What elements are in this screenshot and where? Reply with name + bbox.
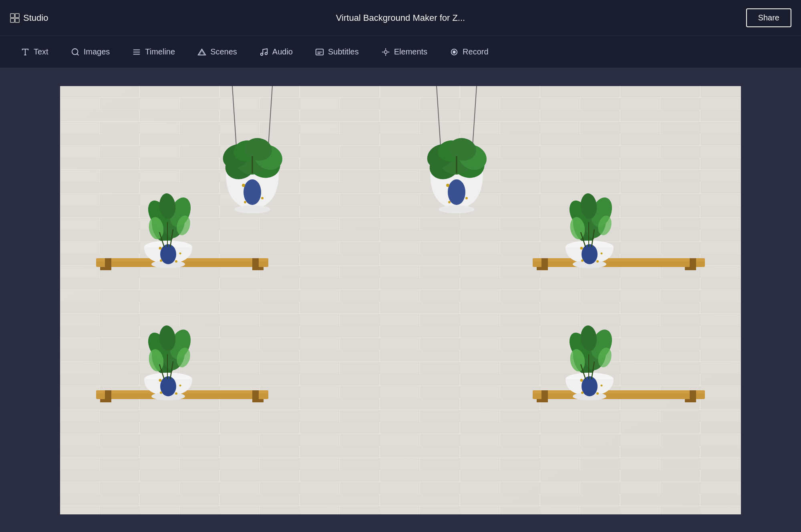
brick-wall-background — [60, 86, 741, 514]
text-icon — [21, 48, 30, 56]
subtitles-icon — [315, 48, 324, 56]
svg-line-7 — [77, 54, 78, 55]
studio-logo[interactable]: Studio — [10, 13, 74, 23]
svg-point-150 — [582, 376, 598, 396]
canvas-area — [0, 68, 801, 532]
svg-point-106 — [596, 260, 599, 263]
svg-point-41 — [244, 201, 246, 203]
svg-point-40 — [261, 197, 264, 199]
toolbar-item-timeline[interactable]: Timeline — [121, 43, 186, 60]
toolbar-record-label: Record — [463, 47, 488, 56]
svg-point-37 — [234, 205, 270, 213]
svg-point-83 — [175, 260, 177, 263]
svg-rect-117 — [252, 399, 264, 402]
svg-point-151 — [580, 379, 583, 381]
svg-point-104 — [582, 244, 598, 264]
toolbar: Text Images Timeline Scenes Audio — [0, 36, 801, 68]
studio-label: Studio — [23, 13, 48, 23]
svg-point-53 — [439, 205, 475, 213]
toolbar-item-audio[interactable]: Audio — [248, 43, 304, 60]
elements-icon — [381, 48, 390, 56]
svg-rect-138 — [537, 399, 548, 402]
svg-point-57 — [448, 201, 451, 203]
svg-point-81 — [160, 244, 176, 264]
svg-rect-115 — [100, 399, 111, 402]
toolbar-item-subtitles[interactable]: Subtitles — [304, 43, 370, 60]
svg-rect-92 — [537, 267, 548, 270]
svg-rect-1 — [15, 14, 19, 18]
share-button[interactable]: Share — [746, 8, 791, 27]
header: Studio Virtual Background Maker for Z...… — [0, 0, 801, 36]
toolbar-subtitles-label: Subtitles — [328, 47, 359, 56]
svg-point-6 — [72, 48, 78, 54]
svg-point-55 — [446, 184, 449, 187]
toolbar-item-scenes[interactable]: Scenes — [186, 43, 248, 60]
svg-rect-33 — [60, 86, 741, 514]
svg-point-129 — [175, 392, 177, 395]
svg-rect-3 — [15, 18, 19, 22]
scenes-icon — [197, 48, 206, 56]
svg-point-82 — [159, 247, 162, 249]
svg-point-84 — [160, 259, 162, 262]
timeline-icon — [132, 48, 141, 56]
svg-rect-71 — [252, 267, 264, 270]
toolbar-images-label: Images — [84, 47, 110, 56]
svg-point-13 — [261, 53, 263, 55]
audio-icon — [260, 48, 268, 56]
toolbar-text-label: Text — [34, 47, 48, 56]
svg-point-128 — [159, 379, 162, 381]
svg-rect-2 — [10, 18, 14, 22]
svg-point-54 — [448, 179, 465, 205]
svg-rect-140 — [685, 399, 696, 402]
record-icon — [450, 48, 459, 56]
svg-point-39 — [242, 184, 245, 187]
svg-marker-12 — [199, 50, 205, 55]
svg-point-154 — [601, 384, 603, 386]
svg-point-153 — [581, 391, 584, 394]
toolbar-elements-label: Elements — [394, 47, 427, 56]
svg-rect-136 — [533, 390, 705, 393]
page-title: Virtual Background Maker for Z... — [336, 13, 465, 23]
svg-point-131 — [179, 384, 181, 386]
toolbar-item-text[interactable]: Text — [10, 43, 60, 60]
images-icon — [71, 48, 80, 56]
toolbar-item-elements[interactable]: Elements — [370, 43, 439, 60]
svg-point-85 — [179, 252, 181, 254]
svg-point-108 — [601, 252, 603, 254]
svg-rect-0 — [10, 14, 14, 18]
studio-logo-icon — [10, 13, 20, 23]
svg-point-56 — [465, 197, 468, 199]
svg-point-24 — [453, 51, 455, 53]
svg-point-130 — [160, 391, 162, 394]
toolbar-item-record[interactable]: Record — [439, 43, 499, 60]
svg-point-152 — [596, 392, 599, 395]
canvas-frame — [60, 86, 741, 514]
svg-point-105 — [580, 247, 583, 249]
toolbar-timeline-label: Timeline — [145, 47, 175, 56]
svg-point-14 — [265, 52, 268, 54]
toolbar-item-images[interactable]: Images — [60, 43, 121, 60]
toolbar-audio-label: Audio — [272, 47, 293, 56]
svg-point-38 — [244, 179, 261, 205]
svg-rect-94 — [685, 267, 696, 270]
svg-rect-69 — [100, 267, 111, 270]
svg-point-107 — [581, 259, 584, 262]
svg-point-127 — [160, 376, 176, 396]
toolbar-scenes-label: Scenes — [210, 47, 237, 56]
svg-rect-90 — [533, 258, 705, 261]
svg-point-18 — [384, 50, 387, 53]
